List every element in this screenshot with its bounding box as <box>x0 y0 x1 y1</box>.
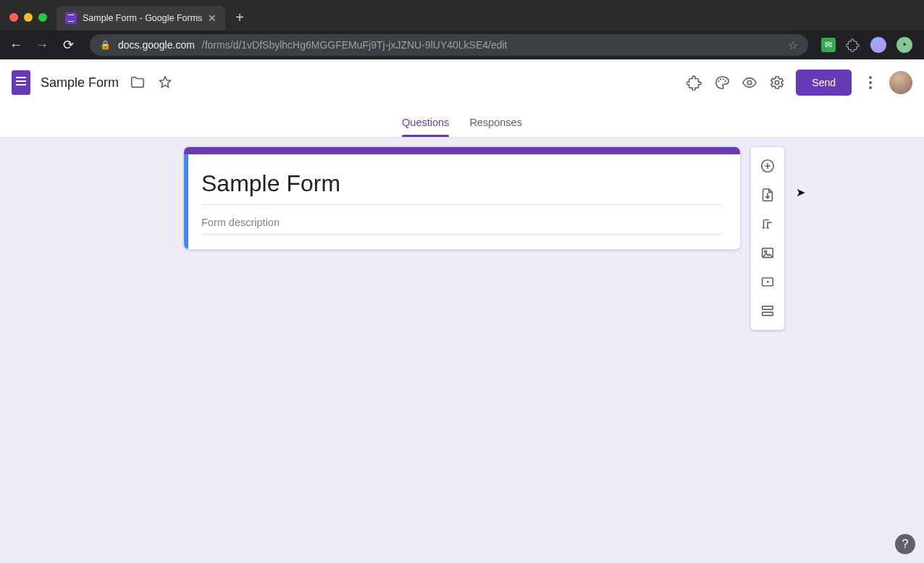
forms-favicon-icon <box>65 12 77 24</box>
account-avatar[interactable] <box>889 71 912 94</box>
move-to-folder-icon[interactable] <box>129 74 146 91</box>
new-tab-button[interactable]: + <box>225 9 254 30</box>
address-bar[interactable]: 🔒 docs.google.com/forms/d/1vDfSbylhcHg6M… <box>90 34 808 56</box>
document-title[interactable]: Sample Form <box>41 75 119 91</box>
svg-rect-10 <box>763 306 773 310</box>
add-title-button[interactable] <box>753 209 782 238</box>
extension-mail-icon[interactable]: ✉ <box>821 38 836 52</box>
import-questions-button[interactable] <box>753 180 782 209</box>
profile-avatar-icon[interactable] <box>870 37 886 53</box>
browser-toolbar: ← → ⟳ 🔒 docs.google.com/forms/d/1vDfSbyl… <box>0 30 924 59</box>
svg-point-0 <box>718 80 720 82</box>
form-title-input[interactable]: Sample Form <box>201 170 723 205</box>
settings-gear-icon[interactable] <box>768 74 786 91</box>
form-header-card[interactable]: Sample Form <box>183 146 741 250</box>
send-button[interactable]: Send <box>796 70 852 96</box>
help-button[interactable]: ? <box>895 534 915 554</box>
svg-point-2 <box>723 78 724 80</box>
preview-eye-icon[interactable] <box>741 74 758 91</box>
tab-title: Sample Form - Google Forms <box>83 13 202 23</box>
svg-rect-11 <box>763 312 773 316</box>
browser-tabstrip: Sample Form - Google Forms ✕ + <box>0 0 924 30</box>
bookmark-star-icon[interactable]: ☆ <box>788 38 798 52</box>
svg-point-1 <box>720 78 721 80</box>
app-root: Sample Form Send Questions Responses <box>0 59 924 563</box>
more-options-icon[interactable] <box>862 74 879 91</box>
extensions-puzzle-icon[interactable] <box>846 38 860 52</box>
forward-button[interactable]: → <box>33 38 51 53</box>
reload-button[interactable]: ⟳ <box>59 37 77 53</box>
question-toolbar <box>750 146 785 330</box>
close-tab-icon[interactable]: ✕ <box>208 12 217 24</box>
close-window-icon[interactable] <box>9 13 18 22</box>
window-controls <box>0 13 56 30</box>
add-question-button[interactable] <box>753 151 782 180</box>
browser-tab[interactable]: Sample Form - Google Forms ✕ <box>56 6 225 30</box>
mouse-cursor-icon: ➤ <box>796 185 805 199</box>
profile-badge-icon[interactable]: • <box>896 37 912 53</box>
tab-questions[interactable]: Questions <box>402 117 449 137</box>
lock-icon: 🔒 <box>100 40 111 50</box>
add-section-button[interactable] <box>753 296 782 325</box>
editor-tabs: Questions Responses <box>0 106 924 138</box>
customize-theme-palette-icon[interactable] <box>713 74 731 91</box>
card-selection-bar <box>184 154 188 249</box>
back-button[interactable]: ← <box>7 38 25 53</box>
form-description-input[interactable] <box>201 214 723 235</box>
tab-responses[interactable]: Responses <box>469 117 522 137</box>
svg-point-3 <box>725 80 726 82</box>
star-icon[interactable] <box>156 74 174 91</box>
forms-logo-icon[interactable] <box>12 70 30 95</box>
url-path: /forms/d/1vDfSbylhcHg6MGGFEMuFj9Tj-jxJZN… <box>202 39 508 51</box>
add-image-button[interactable] <box>753 238 782 267</box>
form-canvas: Sample Form ? ➤ <box>0 138 924 563</box>
extension-area: ✉ • <box>821 37 917 53</box>
url-host: docs.google.com <box>118 39 195 51</box>
app-header: Sample Form Send <box>0 59 924 106</box>
minimize-window-icon[interactable] <box>24 13 33 22</box>
addons-puzzle-icon[interactable] <box>686 74 703 91</box>
svg-point-8 <box>765 251 767 253</box>
add-video-button[interactable] <box>753 267 782 296</box>
svg-point-4 <box>748 80 752 85</box>
card-accent-bar <box>184 147 740 154</box>
maximize-window-icon[interactable] <box>38 13 47 22</box>
svg-point-5 <box>776 80 780 85</box>
